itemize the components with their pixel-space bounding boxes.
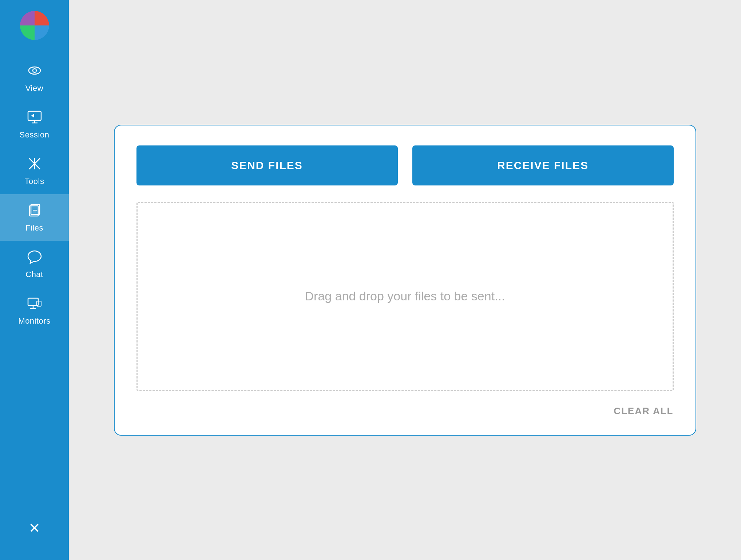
action-button-row: SEND FILES RECEIVE FILES [136, 145, 674, 185]
sidebar-item-chat[interactable]: Chat [0, 241, 69, 287]
svg-point-1 [33, 69, 36, 72]
sidebar-item-view-label: View [25, 84, 43, 93]
tools-icon [27, 156, 43, 174]
svg-point-0 [29, 67, 40, 74]
app-logo [16, 7, 53, 44]
sidebar: View Session Tools [0, 0, 69, 560]
sidebar-item-chat-label: Chat [25, 270, 43, 279]
sidebar-item-files-label: Files [25, 223, 43, 233]
close-button[interactable]: × [0, 510, 69, 545]
sidebar-item-tools[interactable]: Tools [0, 148, 69, 194]
sidebar-item-tools-label: Tools [25, 177, 44, 186]
svg-rect-2 [28, 111, 41, 120]
sidebar-item-monitors-label: Monitors [18, 316, 50, 326]
monitors-icon [27, 295, 43, 313]
main-content: SEND FILES RECEIVE FILES Drag and drop y… [69, 0, 741, 560]
send-files-button[interactable]: SEND FILES [136, 145, 398, 185]
files-icon [27, 202, 43, 220]
receive-files-button[interactable]: RECEIVE FILES [412, 145, 674, 185]
sidebar-item-session-label: Session [20, 130, 49, 140]
sidebar-nav: View Session Tools [0, 55, 69, 334]
close-icon: × [29, 517, 40, 538]
clear-all-row: CLEAR ALL [136, 402, 674, 417]
drop-zone-text: Drag and drop your files to be sent... [305, 289, 505, 303]
clear-all-button[interactable]: CLEAR ALL [614, 405, 673, 417]
sidebar-item-files[interactable]: Files [0, 194, 69, 241]
sidebar-item-session[interactable]: Session [0, 101, 69, 148]
monitor-cursor-icon [27, 109, 43, 127]
file-transfer-panel: SEND FILES RECEIVE FILES Drag and drop y… [114, 125, 696, 436]
sidebar-item-view[interactable]: View [0, 55, 69, 101]
chat-icon [27, 249, 43, 267]
eye-icon [27, 63, 43, 81]
sidebar-item-monitors[interactable]: Monitors [0, 287, 69, 334]
drop-zone[interactable]: Drag and drop your files to be sent... [136, 202, 674, 391]
